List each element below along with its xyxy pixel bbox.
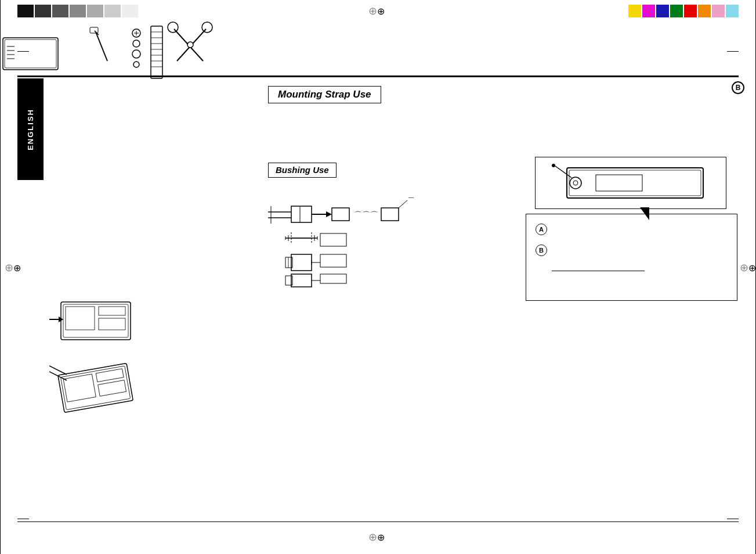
svg-rect-8 bbox=[90, 27, 98, 33]
svg-rect-75 bbox=[596, 175, 642, 191]
svg-rect-74 bbox=[569, 170, 701, 196]
reg-mark-right-mid: ⊕ bbox=[740, 261, 751, 273]
label-b: B bbox=[536, 244, 547, 256]
device-svg-2 bbox=[49, 354, 145, 424]
bushing-title-box: Bushing Use bbox=[268, 163, 337, 178]
svg-rect-63 bbox=[99, 318, 125, 330]
corner-mark-br bbox=[727, 519, 739, 519]
installation-diagram: ⌒⌒⌒ — bbox=[268, 180, 431, 290]
b-circle-indicator: B bbox=[732, 81, 744, 94]
reg-mark-left-mid: ⊕ bbox=[5, 261, 16, 273]
svg-rect-67 bbox=[60, 366, 130, 410]
svg-rect-31 bbox=[291, 206, 312, 222]
sidebar-label: ENGLISH bbox=[26, 109, 35, 150]
svg-rect-73 bbox=[567, 168, 703, 198]
svg-rect-52 bbox=[320, 254, 346, 267]
svg-marker-34 bbox=[326, 211, 332, 217]
callout-item-a: A bbox=[536, 222, 728, 235]
install-svg: ⌒⌒⌒ — bbox=[268, 180, 431, 287]
svg-rect-61 bbox=[66, 307, 95, 330]
reg-mark-top-center: ⊕ bbox=[368, 5, 380, 16]
underline-placeholder bbox=[552, 264, 645, 271]
color-bar-right bbox=[628, 5, 739, 17]
svg-rect-1 bbox=[5, 39, 56, 68]
svg-line-6 bbox=[96, 32, 107, 61]
label-a: A bbox=[536, 224, 547, 235]
parts-illustration bbox=[0, 20, 209, 84]
callout-arrow-down bbox=[640, 207, 649, 220]
svg-point-79 bbox=[552, 164, 555, 167]
svg-rect-66 bbox=[58, 363, 133, 412]
svg-rect-15 bbox=[151, 26, 162, 78]
svg-point-12 bbox=[133, 40, 140, 47]
front-panel-svg bbox=[544, 163, 715, 203]
device-drawing-1 bbox=[49, 285, 145, 357]
svg-rect-70 bbox=[98, 380, 126, 397]
svg-point-26 bbox=[168, 22, 178, 33]
parts-svg bbox=[0, 20, 215, 87]
svg-rect-0 bbox=[3, 38, 58, 70]
bottom-rule bbox=[17, 521, 739, 522]
device-drawing-2 bbox=[49, 354, 145, 426]
bushing-title: Bushing Use bbox=[276, 165, 329, 175]
svg-rect-48 bbox=[320, 233, 346, 246]
svg-point-14 bbox=[133, 62, 139, 67]
svg-text:⌒⌒⌒: ⌒⌒⌒ bbox=[354, 210, 378, 220]
svg-rect-69 bbox=[96, 369, 124, 382]
mounting-strap-title-box: Mounting Strap Use bbox=[268, 86, 381, 103]
item-a-text bbox=[552, 222, 554, 233]
svg-rect-49 bbox=[291, 254, 312, 271]
callout-bottom-box: A B bbox=[526, 214, 737, 301]
svg-rect-37 bbox=[381, 208, 399, 221]
device-svg-1 bbox=[49, 285, 145, 354]
corner-mark-tr bbox=[727, 51, 739, 52]
svg-rect-68 bbox=[63, 374, 96, 402]
svg-point-25 bbox=[187, 42, 193, 48]
reg-mark-bottom-center: ⊕ bbox=[368, 531, 380, 542]
svg-rect-55 bbox=[291, 274, 312, 287]
item-b-text bbox=[552, 243, 554, 254]
english-sidebar: ENGLISH bbox=[17, 78, 44, 180]
svg-point-27 bbox=[202, 22, 212, 33]
svg-point-13 bbox=[132, 50, 140, 58]
svg-point-77 bbox=[573, 181, 578, 185]
svg-rect-60 bbox=[63, 304, 128, 337]
svg-point-76 bbox=[570, 177, 581, 189]
svg-rect-35 bbox=[332, 208, 349, 221]
corner-mark-bl bbox=[17, 519, 29, 519]
color-bar-left bbox=[17, 5, 138, 17]
mounting-strap-title: Mounting Strap Use bbox=[278, 89, 371, 100]
callout-top-box bbox=[535, 157, 726, 209]
svg-line-38 bbox=[399, 200, 407, 208]
svg-rect-59 bbox=[61, 302, 131, 340]
right-panel: A B bbox=[526, 157, 737, 301]
svg-rect-57 bbox=[320, 274, 346, 283]
callout-item-b: B bbox=[536, 243, 728, 256]
svg-text:—: — bbox=[408, 195, 414, 200]
svg-rect-62 bbox=[99, 307, 125, 315]
